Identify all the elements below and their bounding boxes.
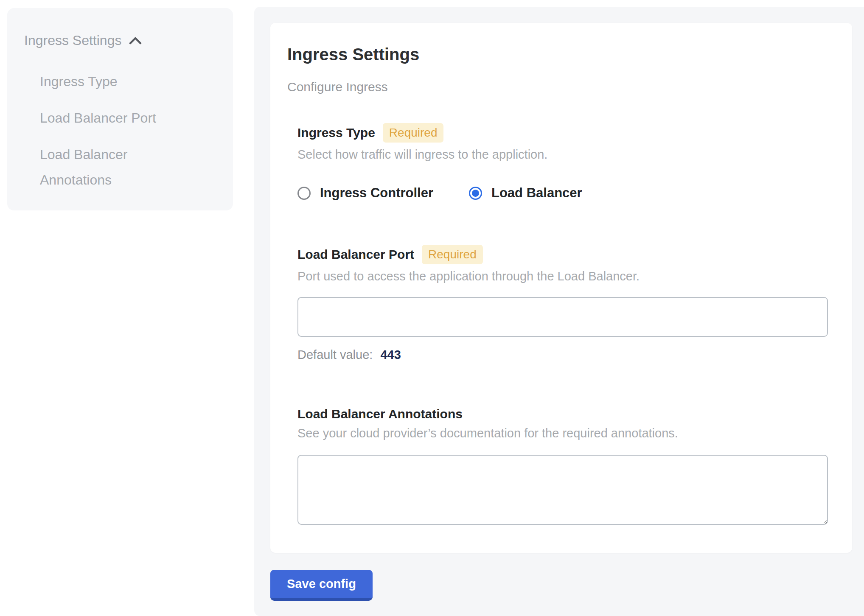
sidebar-item-list: Ingress Type Load Balancer Port Load Bal… — [24, 69, 216, 193]
sidebar-section-label: Ingress Settings — [24, 33, 121, 48]
radio-unselected-icon — [297, 187, 311, 200]
default-value-label: Default value: — [297, 348, 373, 361]
load-balancer-port-label: Load Balancer Port — [297, 247, 414, 262]
field-ingress-type: Ingress Type Required Select how traffic… — [297, 123, 828, 201]
ingress-type-radio-group: Ingress Controller Load Balancer — [297, 185, 828, 201]
radio-option-ingress-controller[interactable]: Ingress Controller — [297, 185, 433, 201]
chevron-up-icon — [128, 36, 143, 46]
sidebar-item-load-balancer-port[interactable]: Load Balancer Port — [40, 105, 184, 131]
load-balancer-port-help: Port used to access the application thro… — [297, 269, 828, 283]
default-value-line: Default value: 443 — [297, 348, 828, 362]
radio-option-load-balancer[interactable]: Load Balancer — [469, 185, 582, 201]
radio-label-load-balancer: Load Balancer — [491, 185, 582, 201]
radio-selected-icon — [469, 187, 482, 200]
settings-sidebar: Ingress Settings Ingress Type Load Balan… — [7, 8, 233, 210]
required-badge: Required — [383, 123, 444, 143]
page-subtitle: Configure Ingress — [287, 80, 835, 94]
field-load-balancer-annotations: Load Balancer Annotations See your cloud… — [297, 407, 828, 525]
sidebar-item-ingress-type[interactable]: Ingress Type — [40, 69, 184, 94]
sidebar-item-load-balancer-annotations[interactable]: Load Balancer Annotations — [40, 142, 184, 193]
ingress-type-label: Ingress Type — [297, 126, 375, 140]
load-balancer-annotations-textarea[interactable] — [297, 455, 828, 525]
load-balancer-annotations-help: See your cloud provider’s documentation … — [297, 426, 828, 440]
radio-label-ingress-controller: Ingress Controller — [320, 185, 433, 201]
ingress-settings-card: Ingress Settings Configure Ingress Ingre… — [270, 23, 852, 553]
ingress-type-help: Select how traffic will ingress to the a… — [297, 148, 828, 162]
sidebar-section-ingress-settings[interactable]: Ingress Settings — [24, 33, 216, 48]
main-panel: Ingress Settings Configure Ingress Ingre… — [254, 7, 864, 616]
load-balancer-port-input[interactable] — [297, 297, 828, 337]
radio-dot — [472, 190, 479, 197]
page-title: Ingress Settings — [287, 44, 835, 64]
load-balancer-annotations-label: Load Balancer Annotations — [297, 407, 463, 421]
required-badge: Required — [422, 245, 483, 264]
save-config-button[interactable]: Save config — [270, 570, 373, 601]
field-load-balancer-port: Load Balancer Port Required Port used to… — [297, 245, 828, 362]
default-value-number: 443 — [380, 348, 401, 361]
